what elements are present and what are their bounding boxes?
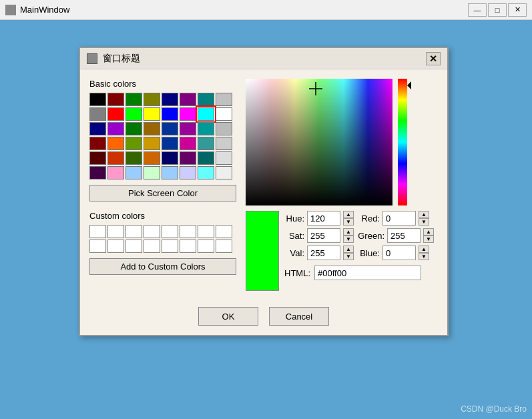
minimize-button[interactable]: —	[468, 3, 487, 17]
blue-down-button[interactable]: ▼	[419, 253, 429, 260]
basic-color-swatch[interactable]	[162, 151, 178, 165]
basic-color-swatch[interactable]	[107, 122, 124, 135]
basic-color-swatch[interactable]	[216, 151, 232, 165]
custom-color-swatch[interactable]	[180, 225, 196, 238]
basic-color-swatch[interactable]	[125, 151, 142, 165]
basic-color-swatch[interactable]	[198, 166, 214, 179]
basic-color-swatch[interactable]	[180, 166, 196, 179]
basic-color-swatch[interactable]	[125, 137, 142, 150]
green-spinner: ▲ ▼	[423, 228, 434, 243]
custom-color-swatch[interactable]	[162, 240, 178, 253]
basic-color-swatch[interactable]	[180, 137, 196, 150]
sat-up-button[interactable]: ▲	[343, 228, 354, 236]
custom-color-swatch[interactable]	[107, 240, 124, 253]
basic-color-swatch[interactable]	[162, 166, 178, 179]
basic-color-swatch[interactable]	[125, 122, 142, 135]
basic-color-swatch[interactable]	[89, 107, 106, 121]
basic-color-swatch[interactable]	[216, 93, 232, 106]
hue-up-button[interactable]: ▲	[343, 211, 354, 218]
basic-color-swatch[interactable]	[107, 151, 124, 165]
custom-color-swatch[interactable]	[180, 240, 196, 253]
sat-down-button[interactable]: ▼	[343, 236, 354, 243]
basic-color-swatch[interactable]	[180, 122, 196, 135]
custom-color-swatch[interactable]	[89, 240, 106, 253]
basic-colors-label: Basic colors	[89, 79, 236, 89]
basic-color-swatch[interactable]	[107, 166, 124, 179]
basic-color-swatch[interactable]	[198, 151, 214, 165]
basic-color-swatch[interactable]	[125, 166, 142, 179]
ok-button[interactable]: OK	[198, 307, 258, 326]
basic-color-swatch[interactable]	[89, 122, 106, 135]
basic-color-swatch[interactable]	[216, 137, 232, 150]
basic-color-swatch[interactable]	[144, 93, 160, 106]
custom-color-swatch[interactable]	[89, 225, 106, 238]
basic-color-swatch[interactable]	[144, 151, 160, 165]
dialog-title: 窗口标题	[103, 53, 426, 65]
val-up-button[interactable]: ▲	[343, 246, 354, 253]
pick-screen-color-button[interactable]: Pick Screen Color	[89, 185, 236, 201]
cancel-button[interactable]: Cancel	[269, 307, 329, 326]
close-button[interactable]: ✕	[508, 3, 527, 17]
basic-color-swatch[interactable]	[89, 137, 106, 150]
custom-color-swatch[interactable]	[107, 225, 124, 238]
add-to-custom-colors-button[interactable]: Add to Custom Colors	[89, 258, 236, 275]
basic-color-swatch[interactable]	[89, 93, 106, 106]
basic-color-swatch[interactable]	[162, 137, 178, 150]
basic-color-swatch[interactable]	[107, 107, 124, 121]
basic-color-swatch[interactable]	[144, 166, 160, 179]
blue-input[interactable]	[382, 246, 416, 260]
sat-input[interactable]	[307, 228, 340, 243]
val-input[interactable]	[307, 246, 340, 260]
basic-color-swatch[interactable]	[107, 93, 124, 106]
basic-color-swatch[interactable]	[162, 122, 178, 135]
blue-up-button[interactable]: ▲	[419, 246, 429, 253]
custom-color-swatch[interactable]	[125, 225, 142, 238]
basic-color-swatch[interactable]	[162, 107, 178, 121]
svg-rect-5	[398, 79, 407, 205]
custom-color-swatch[interactable]	[216, 240, 232, 253]
color-preview	[246, 211, 279, 291]
custom-color-swatch[interactable]	[198, 225, 214, 238]
custom-color-swatch[interactable]	[162, 225, 178, 238]
basic-color-swatch[interactable]	[198, 137, 214, 150]
basic-color-swatch[interactable]	[180, 93, 196, 106]
sat-spinner: ▲ ▼	[343, 228, 354, 243]
basic-color-swatch[interactable]	[89, 166, 106, 179]
val-down-button[interactable]: ▼	[343, 253, 354, 260]
custom-color-swatch[interactable]	[198, 240, 214, 253]
basic-color-swatch[interactable]	[144, 122, 160, 135]
green-input[interactable]	[387, 228, 421, 243]
basic-color-swatch[interactable]	[144, 137, 160, 150]
dialog-close-button[interactable]: ✕	[426, 52, 441, 65]
hue-input[interactable]	[307, 211, 340, 226]
basic-color-swatch[interactable]	[162, 93, 178, 106]
basic-color-swatch[interactable]	[144, 107, 160, 121]
basic-color-swatch[interactable]	[216, 107, 232, 121]
custom-color-swatch[interactable]	[144, 240, 160, 253]
custom-color-swatch[interactable]	[144, 225, 160, 238]
html-input[interactable]	[314, 266, 421, 280]
hue-down-button[interactable]: ▼	[343, 218, 354, 226]
red-down-button[interactable]: ▼	[419, 218, 429, 226]
red-up-button[interactable]: ▲	[419, 211, 429, 218]
basic-color-swatch[interactable]	[198, 93, 214, 106]
maximize-button[interactable]: □	[488, 3, 507, 17]
basic-color-swatch[interactable]	[198, 122, 214, 135]
basic-color-swatch[interactable]	[89, 151, 106, 165]
basic-color-swatch[interactable]	[180, 107, 196, 121]
custom-color-swatch[interactable]	[125, 240, 142, 253]
custom-color-swatch[interactable]	[216, 225, 232, 238]
dialog-icon	[87, 53, 97, 64]
basic-color-swatch[interactable]	[107, 137, 124, 150]
color-gradient-picker[interactable]	[246, 79, 411, 205]
green-up-button[interactable]: ▲	[423, 228, 434, 236]
basic-color-swatch[interactable]	[198, 107, 214, 121]
basic-color-swatch[interactable]	[125, 107, 142, 121]
basic-color-swatch[interactable]	[180, 151, 196, 165]
green-down-button[interactable]: ▼	[423, 236, 434, 243]
basic-color-swatch[interactable]	[216, 166, 232, 179]
hue-bar[interactable]	[396, 79, 411, 205]
red-input[interactable]	[382, 211, 416, 226]
basic-color-swatch[interactable]	[125, 93, 142, 106]
basic-color-swatch[interactable]	[216, 122, 232, 135]
